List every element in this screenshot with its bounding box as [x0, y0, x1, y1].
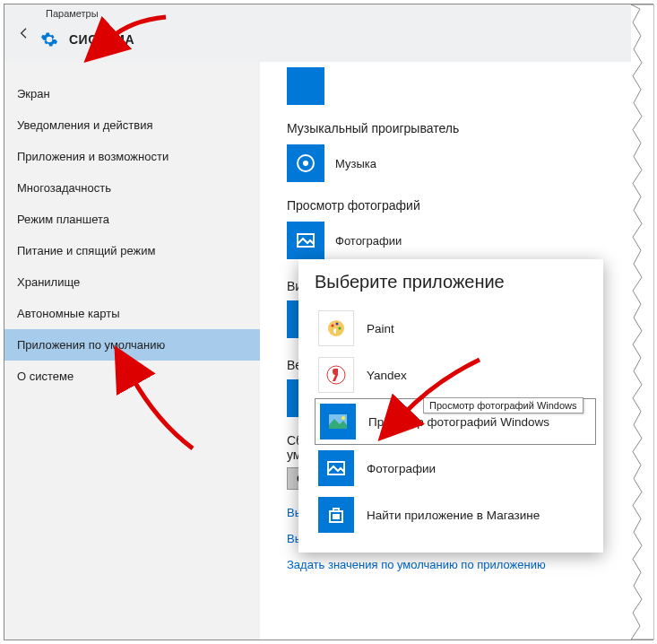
popup-item-yandex[interactable]: Yandex: [315, 352, 596, 398]
sidebar-item-multitasking[interactable]: Многозадачность: [4, 172, 260, 204]
sidebar-item-display[interactable]: Экран: [4, 78, 260, 109]
popup-title: Выберите приложение: [315, 272, 596, 292]
photo-viewer-icon: [320, 404, 356, 439]
svg-point-5: [336, 323, 339, 326]
header: Параметры СИСТЕМА: [4, 4, 653, 62]
popup-item-label: Yandex: [367, 369, 407, 382]
music-icon: [287, 144, 324, 182]
svg-point-4: [332, 325, 334, 327]
svg-point-9: [341, 416, 345, 420]
settings-window: Параметры СИСТЕМА Экран Уведомления и де…: [4, 4, 653, 640]
sidebar-item-tablet-mode[interactable]: Режим планшета: [4, 204, 260, 235]
sidebar-item-offline-maps[interactable]: Автономные карты: [4, 298, 260, 329]
svg-point-1: [303, 161, 308, 166]
torn-edge: [631, 4, 654, 640]
popup-item-paint[interactable]: Paint: [315, 305, 596, 352]
sidebar-item-power-sleep[interactable]: Питание и спящий режим: [4, 235, 260, 266]
popup-item-label: Paint: [367, 322, 394, 335]
yandex-icon: [318, 357, 354, 393]
sidebar-item-about[interactable]: О системе: [4, 361, 260, 392]
section-photos: Просмотр фотографий: [287, 198, 635, 213]
back-button[interactable]: [13, 22, 35, 44]
photo-app-label: Фотографии: [335, 234, 402, 248]
photos-icon: [318, 450, 354, 486]
page-title: СИСТЕМА: [69, 32, 134, 47]
gear-icon: [40, 30, 58, 48]
sidebar-item-default-apps[interactable]: Приложения по умолчанию: [4, 329, 260, 361]
tooltip: Просмотр фотографий Windows: [423, 397, 584, 413]
sidebar: Экран Уведомления и действия Приложения …: [4, 62, 260, 640]
music-app-row[interactable]: Музыка: [287, 144, 635, 182]
breadcrumb: Параметры: [46, 8, 99, 19]
popup-item-store[interactable]: Найти приложение в Магазине: [315, 492, 596, 538]
music-app-label: Музыка: [335, 157, 376, 170]
partial-tile[interactable]: [287, 67, 324, 105]
popup-item-label: Найти приложение в Магазине: [367, 509, 540, 522]
sidebar-item-notifications[interactable]: Уведомления и действия: [4, 109, 260, 141]
store-icon: [318, 497, 354, 533]
sidebar-item-storage[interactable]: Хранилище: [4, 266, 260, 298]
photo-app-row[interactable]: Фотографии: [287, 222, 635, 259]
link-by-app[interactable]: Задать значения по умолчанию по приложен…: [287, 558, 635, 571]
paint-icon: [318, 310, 354, 346]
popup-item-label: Просмотр фотографий Windows: [368, 415, 549, 429]
section-music: Музыкальный проигрыватель: [287, 121, 635, 135]
svg-point-6: [339, 327, 341, 330]
popup-item-label: Фотографии: [367, 462, 436, 475]
sidebar-item-apps-features[interactable]: Приложения и возможности: [4, 141, 260, 172]
popup-item-photos[interactable]: Фотографии: [315, 445, 596, 492]
svg-rect-11: [333, 514, 340, 519]
photos-icon: [287, 222, 324, 259]
